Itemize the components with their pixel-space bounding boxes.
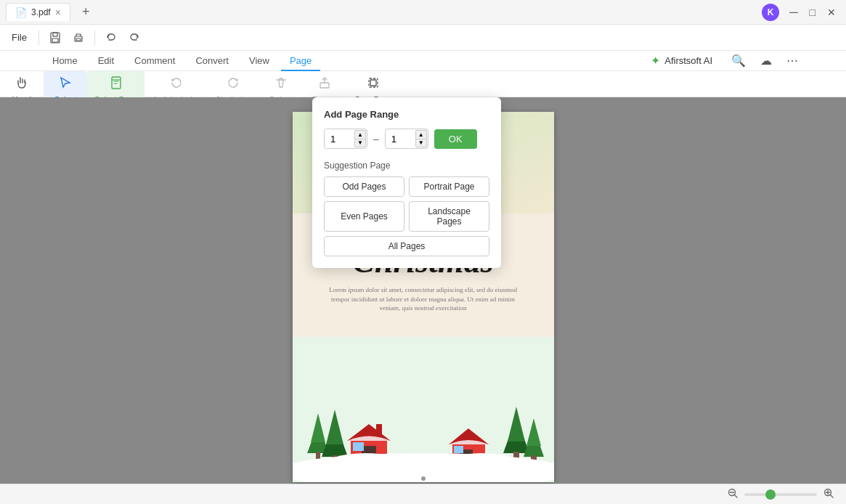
select-page-icon bbox=[109, 76, 123, 94]
minimize-button[interactable]: ─ bbox=[785, 3, 802, 22]
range-to-spinners: ▲ ▼ bbox=[415, 130, 427, 147]
tab-filename: 3.pdf bbox=[31, 7, 51, 17]
range-to-increment[interactable]: ▲ bbox=[415, 130, 427, 139]
range-to-wrap: ▲ ▼ bbox=[385, 129, 428, 149]
tab-home[interactable]: Home bbox=[44, 52, 86, 71]
range-from-decrement[interactable]: ▼ bbox=[354, 139, 366, 147]
suggestion-grid: Odd Pages Portrait Page Even Pages Lands… bbox=[324, 176, 489, 232]
title-bar-left: 📄 3.pdf × + bbox=[6, 3, 95, 21]
even-pages-button[interactable]: Even Pages bbox=[324, 201, 404, 232]
ai-button[interactable]: ✦ Afirstsoft AI bbox=[642, 49, 721, 72]
title-bar: 📄 3.pdf × + K ─ □ ✕ bbox=[0, 0, 846, 25]
file-label: File bbox=[12, 32, 27, 43]
svg-rect-6 bbox=[320, 83, 329, 88]
ok-button[interactable]: OK bbox=[434, 129, 477, 149]
dialog-title: Add Page Range bbox=[324, 109, 489, 120]
suggestion-label: Suggestion Page bbox=[324, 160, 489, 171]
hand-icon bbox=[15, 76, 29, 94]
add-page-range-dialog: Add Page Range ▲ ▼ – ▲ ▼ bbox=[312, 97, 501, 268]
print-button[interactable] bbox=[68, 29, 89, 46]
tab-close-button[interactable]: × bbox=[55, 7, 61, 18]
undo-button[interactable] bbox=[101, 29, 121, 46]
svg-rect-8 bbox=[370, 80, 376, 86]
range-row: ▲ ▼ – ▲ ▼ OK bbox=[324, 129, 489, 149]
toolbar: Home Edit Comment Convert View Page ✦ Af… bbox=[0, 51, 846, 97]
cloud-button[interactable]: ☁ bbox=[756, 51, 776, 70]
range-from-increment[interactable]: ▲ bbox=[354, 130, 366, 139]
add-tab-button[interactable]: + bbox=[76, 4, 96, 20]
maximize-button[interactable]: □ bbox=[805, 3, 820, 22]
menu-separator-2 bbox=[94, 31, 95, 45]
landscape-pages-button[interactable]: Landscape Pages bbox=[409, 201, 489, 232]
ai-icon: ✦ bbox=[651, 54, 660, 68]
menu-bar: File bbox=[0, 25, 846, 51]
svg-rect-4 bbox=[76, 38, 81, 41]
extract-icon bbox=[317, 76, 332, 94]
file-menu[interactable]: File bbox=[6, 29, 33, 46]
tab-page[interactable]: Page bbox=[281, 52, 320, 71]
tab-view[interactable]: View bbox=[240, 52, 278, 71]
portrait-page-button[interactable]: Portrait Page bbox=[409, 176, 489, 197]
select-icon bbox=[58, 76, 73, 94]
tab-convert[interactable]: Convert bbox=[187, 52, 237, 71]
main-content: MERRY Christmas Lorem ipsum dolor sit am… bbox=[0, 97, 846, 504]
document-tab[interactable]: 📄 3.pdf × bbox=[6, 3, 70, 21]
more-button[interactable]: ⋯ bbox=[782, 51, 802, 70]
range-from-spinners: ▲ ▼ bbox=[354, 130, 366, 147]
tab-comment[interactable]: Comment bbox=[126, 52, 184, 71]
tab-icon: 📄 bbox=[15, 7, 27, 18]
avatar: K bbox=[762, 4, 779, 21]
crop-page-icon bbox=[366, 76, 381, 94]
clockwise-icon bbox=[226, 76, 240, 94]
menu-separator bbox=[38, 31, 39, 45]
delete-icon bbox=[274, 76, 288, 94]
range-dash: – bbox=[373, 133, 379, 145]
odd-pages-button[interactable]: Odd Pages bbox=[324, 176, 404, 197]
title-bar-right: K ─ □ ✕ bbox=[762, 3, 840, 22]
redo-button[interactable] bbox=[124, 29, 145, 46]
all-pages-button[interactable]: All Pages bbox=[324, 236, 489, 256]
close-button[interactable]: ✕ bbox=[823, 3, 840, 22]
window-controls: ─ □ ✕ bbox=[785, 3, 840, 22]
nav-tabs: Home Edit Comment Convert View Page ✦ Af… bbox=[0, 51, 846, 71]
svg-rect-1 bbox=[53, 33, 57, 36]
svg-rect-2 bbox=[52, 38, 58, 42]
range-from-wrap: ▲ ▼ bbox=[324, 129, 367, 149]
dialog-overlay: Add Page Range ▲ ▼ – ▲ ▼ bbox=[0, 97, 846, 504]
svg-rect-5 bbox=[112, 77, 121, 89]
range-to-decrement[interactable]: ▼ bbox=[415, 139, 427, 147]
anticlockwise-icon bbox=[169, 76, 184, 94]
search-button[interactable]: 🔍 bbox=[727, 51, 750, 70]
ai-label: Afirstsoft AI bbox=[664, 55, 712, 66]
tab-edit[interactable]: Edit bbox=[89, 52, 123, 71]
save-button[interactable] bbox=[45, 29, 65, 46]
